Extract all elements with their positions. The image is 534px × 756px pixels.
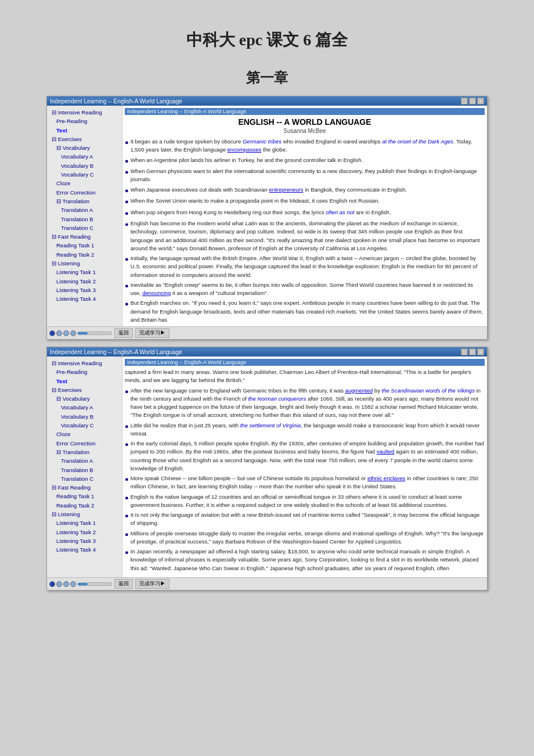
sidebar-listening-2[interactable]: Listening Task 2 xyxy=(47,277,122,286)
sidebar-2-vocabulary[interactable]: ⊟ Vocabulary xyxy=(47,394,122,403)
sidebar-2-listening-2[interactable]: Listening Task 2 xyxy=(47,528,122,537)
sidebar-reading-task-1[interactable]: Reading Task 1 xyxy=(47,241,122,250)
maximize-btn-2[interactable]: □ xyxy=(469,348,476,355)
title-bar-2: Independent Learning -- English-A World … xyxy=(47,347,487,357)
bullet-icon-1: ● xyxy=(125,138,129,147)
sidebar-fast-reading[interactable]: ⊟ Fast Reading xyxy=(47,232,122,241)
status-bar-2: 返回 完成学习▶ xyxy=(47,577,487,590)
progress-track-1 xyxy=(77,332,112,335)
bullet-icon-4: ● xyxy=(125,186,129,196)
sidebar-2-translation-a[interactable]: Translation A xyxy=(47,456,122,465)
main-content-1: Independent Learning -- English-A World … xyxy=(122,106,487,326)
sidebar-2-reading-task-2[interactable]: Reading Task 2 xyxy=(47,501,122,510)
progress-dot-2-4 xyxy=(70,581,76,587)
title-bar-1: Independent Learning -- English-A World … xyxy=(47,96,487,106)
sidebar-2-listening[interactable]: ⊟ Listening xyxy=(47,510,122,519)
bullet-icon-6: ● xyxy=(125,208,129,218)
title-bar-label-2: Independent Learning -- English-A World … xyxy=(50,349,182,355)
para-6: ● When pop singers from Hong Kong to Hei… xyxy=(125,208,485,218)
sidebar-translation-b[interactable]: Translation B xyxy=(47,215,122,224)
bullet-icon-3: ● xyxy=(125,167,129,177)
app-window-2: Independent Learning -- English-A World … xyxy=(46,347,488,591)
maximize-btn-1[interactable]: □ xyxy=(469,98,476,105)
para-2-7: ● It is not only the language of aviatio… xyxy=(125,511,485,528)
sidebar-2-vocab-a[interactable]: Vocabulary A xyxy=(47,403,122,412)
sidebar-2-listening-4[interactable]: Listening Task 4 xyxy=(47,545,122,554)
sidebar-vocab-c[interactable]: Vocabulary C xyxy=(47,170,122,179)
sidebar-translation[interactable]: ⊟ Translation xyxy=(47,197,122,206)
sidebar-2-vocab-b[interactable]: Vocabulary B xyxy=(47,412,122,421)
bullet-icon-2-1: ● xyxy=(125,387,129,397)
close-btn-2[interactable]: × xyxy=(477,348,484,355)
sidebar-listening-4[interactable]: Listening Task 4 xyxy=(47,294,122,303)
progress-dot-2 xyxy=(56,330,62,336)
app-content-1: ⊟ Intensive Reading Pre-Reading Text ⊟ E… xyxy=(47,106,487,326)
progress-dot-1 xyxy=(49,330,55,336)
sidebar-vocab-a[interactable]: Vocabulary A xyxy=(47,152,122,161)
para-2-6: ● English is the native language of 12 c… xyxy=(125,493,485,510)
sidebar-2-translation-b[interactable]: Translation B xyxy=(47,466,122,474)
progress-area-1 xyxy=(49,330,112,336)
sidebar-1: ⊟ Intensive Reading Pre-Reading Text ⊟ E… xyxy=(47,106,122,326)
article-title-1: ENGLISH -- A WORLD LANGUAGE xyxy=(125,117,485,127)
sidebar-2-vocab-c[interactable]: Vocabulary C xyxy=(47,421,122,430)
sidebar-listening-3[interactable]: Listening Task 3 xyxy=(47,286,122,294)
back-button-1[interactable]: 返回 xyxy=(114,328,133,338)
progress-fill-1 xyxy=(78,332,88,334)
progress-dot-2-2 xyxy=(56,581,62,587)
sidebar-listening[interactable]: ⊟ Listening xyxy=(47,259,122,268)
para-10: ● But English marches on. "If you need i… xyxy=(125,299,485,324)
back-button-2[interactable]: 返回 xyxy=(114,579,133,589)
para-2-5: ● More speak Chinese -- one billion peop… xyxy=(125,474,485,491)
page-main-title: 中科大 epc 课文 6 篇全 xyxy=(186,29,348,51)
sidebar-translation-a[interactable]: Translation A xyxy=(47,206,122,214)
sidebar-2-reading-task-1[interactable]: Reading Task 1 xyxy=(47,492,122,501)
sidebar-pre-reading[interactable]: Pre-Reading xyxy=(47,117,122,125)
sidebar-vocab-b[interactable]: Vocabulary B xyxy=(47,161,122,170)
finish-button-2[interactable]: 完成学习▶ xyxy=(135,579,169,589)
sidebar-2-pre-reading[interactable]: Pre-Reading xyxy=(47,368,122,376)
minimize-btn-2[interactable]: _ xyxy=(461,348,468,355)
sidebar-2-error-correction[interactable]: Error Correction xyxy=(47,439,122,448)
sidebar-translation-c[interactable]: Translation C xyxy=(47,224,122,232)
progress-dot-2-3 xyxy=(63,581,69,587)
title-bar-label-1: Independent Learning -- English-A World … xyxy=(50,98,182,105)
sidebar-text[interactable]: Text xyxy=(47,126,122,135)
bullet-icon-2-3: ● xyxy=(125,440,129,449)
sidebar-2-cloze[interactable]: Cloze xyxy=(47,430,122,438)
bullet-icon-2: ● xyxy=(125,156,129,166)
window-controls-1: _ □ × xyxy=(461,98,484,105)
progress-dot-3 xyxy=(63,330,69,336)
sidebar-2-listening-1[interactable]: Listening Task 1 xyxy=(47,519,122,527)
sidebar-2-text[interactable]: Text xyxy=(47,377,122,386)
sidebar-2-translation-c[interactable]: Translation C xyxy=(47,474,122,483)
progress-dot-2-1 xyxy=(49,581,55,587)
para-2-4: ● In the early colonial days, 5 million … xyxy=(125,440,485,473)
minimize-btn-1[interactable]: _ xyxy=(461,98,468,105)
sidebar-2-listening-3[interactable]: Listening Task 3 xyxy=(47,537,122,545)
bullet-icon-2-8: ● xyxy=(125,548,129,557)
sidebar-cloze[interactable]: Cloze xyxy=(47,179,122,188)
bullet-icon-2-4: ● xyxy=(125,474,129,484)
para-2: ● When an Argentine pilot lands his airl… xyxy=(125,156,485,166)
main-content-2: Independent Learning -- English-A World … xyxy=(122,357,487,577)
window-controls-2: _ □ × xyxy=(461,348,484,355)
inner-title-bar-1: Independent Learning -- English-A World … xyxy=(125,108,485,115)
progress-fill-2 xyxy=(78,583,88,585)
sidebar-vocabulary[interactable]: ⊟ Vocabulary xyxy=(47,143,122,152)
sidebar-exercises[interactable]: ⊟ Exercises xyxy=(47,135,122,143)
para-2-1: captured a firm lead in many areas. Warn… xyxy=(125,368,485,385)
sidebar-intensive-reading[interactable]: ⊟ Intensive Reading xyxy=(47,108,122,117)
sidebar-reading-task-2[interactable]: Reading Task 2 xyxy=(47,250,122,259)
para-2-2: ● After the new language came to England… xyxy=(125,387,485,420)
sidebar-2: ⊟ Intensive Reading Pre-Reading Text ⊟ E… xyxy=(47,357,122,577)
sidebar-2-fast-reading[interactable]: ⊟ Fast Reading xyxy=(47,483,122,492)
sidebar-error-correction[interactable]: Error Correction xyxy=(47,188,122,197)
para-7: ● English has become to the modern world… xyxy=(125,219,485,253)
sidebar-2-intensive-reading[interactable]: ⊟ Intensive Reading xyxy=(47,359,122,368)
sidebar-2-exercises[interactable]: ⊟ Exercises xyxy=(47,386,122,394)
close-btn-1[interactable]: × xyxy=(477,98,484,105)
sidebar-listening-1[interactable]: Listening Task 1 xyxy=(47,268,122,276)
finish-button-1[interactable]: 完成学习▶ xyxy=(135,328,169,338)
sidebar-2-translation[interactable]: ⊟ Translation xyxy=(47,448,122,456)
